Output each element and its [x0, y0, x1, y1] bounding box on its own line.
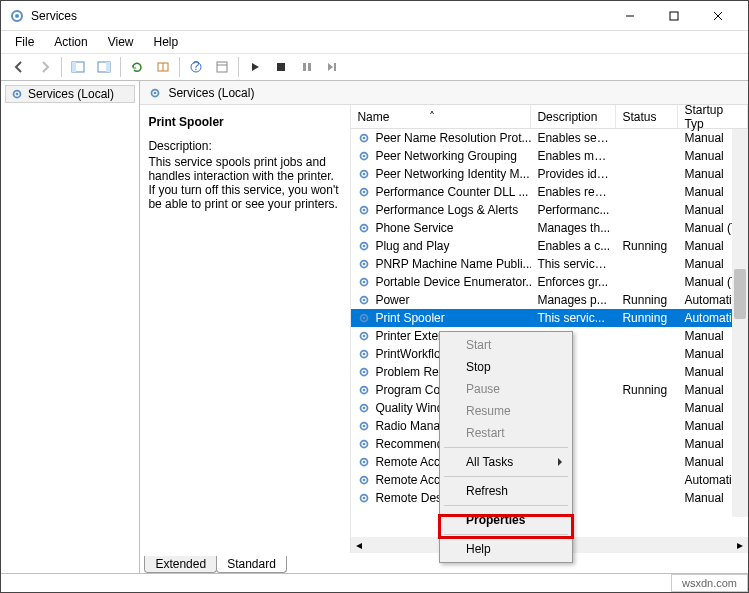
gear-icon [357, 185, 371, 199]
refresh-button[interactable] [125, 55, 149, 79]
svg-point-52 [363, 389, 366, 392]
ctx-properties[interactable]: Properties [442, 509, 570, 531]
svg-point-32 [363, 209, 366, 212]
service-description: Enforces gr... [531, 275, 616, 289]
export-button[interactable] [151, 55, 175, 79]
service-name: Remote Acce [375, 473, 446, 487]
gear-icon [357, 491, 371, 505]
svg-point-40 [363, 281, 366, 284]
title-bar: Services [1, 1, 748, 31]
gear-icon [357, 347, 371, 361]
minimize-button[interactable] [608, 1, 652, 31]
app-icon [9, 8, 25, 24]
maximize-button[interactable] [652, 1, 696, 31]
sort-indicator-icon: ˄ [429, 110, 435, 124]
ctx-refresh[interactable]: Refresh [442, 480, 570, 502]
restart-service-button[interactable] [321, 55, 345, 79]
menu-help[interactable]: Help [146, 33, 187, 51]
svg-rect-18 [334, 63, 336, 71]
table-row[interactable]: Peer Name Resolution Prot...Enables serv… [351, 129, 748, 147]
svg-rect-13 [217, 62, 227, 72]
selected-service-name: Print Spooler [148, 115, 342, 129]
table-row[interactable]: Peer Networking GroupingEnables mul...Ma… [351, 147, 748, 165]
properties-button[interactable] [210, 55, 234, 79]
gear-icon [357, 455, 371, 469]
show-hide-action-button[interactable] [92, 55, 116, 79]
table-row[interactable]: Plug and PlayEnables a c...RunningManual [351, 237, 748, 255]
col-name[interactable]: Name˄ [351, 105, 531, 128]
help-button[interactable]: ? [184, 55, 208, 79]
forward-button[interactable] [33, 55, 57, 79]
svg-point-54 [363, 407, 366, 410]
col-status[interactable]: Status [616, 105, 678, 128]
tab-standard[interactable]: Standard [216, 556, 287, 573]
svg-rect-9 [106, 62, 110, 72]
gear-icon [357, 149, 371, 163]
description-pane: Print Spooler Description: This service … [140, 105, 350, 553]
column-headers: Name˄ Description Status Startup Typ [351, 105, 748, 129]
service-name: Power [375, 293, 409, 307]
service-status: Running [616, 293, 678, 307]
ctx-pause[interactable]: Pause [442, 378, 570, 400]
description-text: This service spools print jobs and handl… [148, 155, 342, 211]
gear-icon [148, 86, 162, 100]
service-name: Plug and Play [375, 239, 449, 253]
svg-point-20 [16, 93, 19, 96]
svg-point-48 [363, 353, 366, 356]
start-service-button[interactable] [243, 55, 267, 79]
stop-service-button[interactable] [269, 55, 293, 79]
table-row[interactable]: PNRP Machine Name Publi...This service .… [351, 255, 748, 273]
ctx-resume[interactable]: Resume [442, 400, 570, 422]
table-row[interactable]: Performance Logs & AlertsPerformanc...Ma… [351, 201, 748, 219]
scrollbar-thumb[interactable] [734, 269, 746, 319]
back-button[interactable] [7, 55, 31, 79]
service-status: Running [616, 311, 678, 325]
service-name: Performance Counter DLL ... [375, 185, 528, 199]
gear-icon [357, 275, 371, 289]
pause-service-button[interactable] [295, 55, 319, 79]
service-name: Portable Device Enumerator... [375, 275, 531, 289]
window-title: Services [31, 9, 77, 23]
service-description: Manages th... [531, 221, 616, 235]
menu-action[interactable]: Action [46, 33, 95, 51]
ctx-stop[interactable]: Stop [442, 356, 570, 378]
tree-root[interactable]: Services (Local) [5, 85, 135, 103]
gear-icon [357, 167, 371, 181]
col-startup-type[interactable]: Startup Typ [678, 105, 748, 128]
table-row[interactable]: Performance Counter DLL ...Enables rem..… [351, 183, 748, 201]
gear-icon [357, 203, 371, 217]
show-hide-tree-button[interactable] [66, 55, 90, 79]
menu-file[interactable]: File [7, 33, 42, 51]
service-name: PNRP Machine Name Publi... [375, 257, 531, 271]
ctx-all-tasks[interactable]: All Tasks [442, 451, 570, 473]
table-row[interactable]: Portable Device Enumerator...Enforces gr… [351, 273, 748, 291]
service-name: Phone Service [375, 221, 453, 235]
vertical-scrollbar[interactable] [732, 129, 748, 517]
svg-point-38 [363, 263, 366, 266]
service-name: Peer Name Resolution Prot... [375, 131, 531, 145]
service-name: Remote Acce [375, 455, 446, 469]
table-row[interactable]: Print SpoolerThis servic...RunningAutoma… [351, 309, 748, 327]
ctx-help[interactable]: Help [442, 538, 570, 560]
scroll-left-icon[interactable]: ◂ [351, 537, 367, 553]
svg-rect-3 [670, 12, 678, 20]
table-row[interactable]: PowerManages p...RunningAutomatic [351, 291, 748, 309]
menu-bar: File Action View Help [1, 31, 748, 53]
col-description[interactable]: Description [531, 105, 616, 128]
service-name: Print Spooler [375, 311, 444, 325]
svg-point-56 [363, 425, 366, 428]
service-description: This servic... [531, 311, 616, 325]
svg-point-60 [363, 461, 366, 464]
table-row[interactable]: Phone ServiceManages th...Manual (Tr [351, 219, 748, 237]
tree-pane: Services (Local) [1, 81, 140, 573]
tab-extended[interactable]: Extended [144, 556, 217, 573]
close-button[interactable] [696, 1, 740, 31]
ctx-start[interactable]: Start [442, 334, 570, 356]
service-description: Provides ide... [531, 167, 616, 181]
table-row[interactable]: Peer Networking Identity M...Provides id… [351, 165, 748, 183]
service-status: Running [616, 239, 678, 253]
svg-point-42 [363, 299, 366, 302]
scroll-right-icon[interactable]: ▸ [732, 537, 748, 553]
ctx-restart[interactable]: Restart [442, 422, 570, 444]
menu-view[interactable]: View [100, 33, 142, 51]
